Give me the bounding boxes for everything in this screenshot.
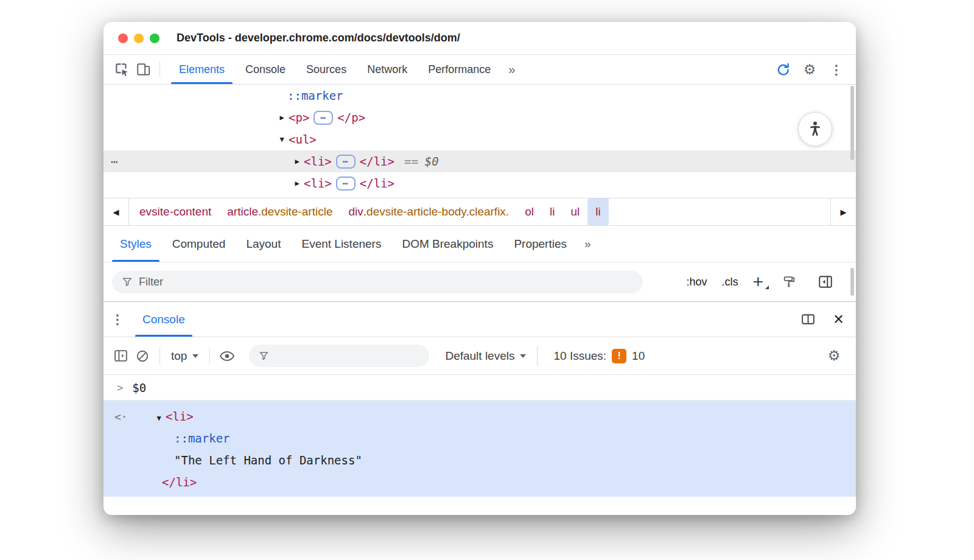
return-value-icon: <·	[114, 410, 128, 423]
pseudo-element-token: ::marker	[174, 432, 230, 445]
styles-toolbar-controls: :hov .cls +	[686, 271, 847, 293]
disclosure-triangle-icon[interactable]: ▶	[290, 157, 304, 166]
tag-close-token[interactable]: </li>	[360, 155, 394, 168]
breadcrumb-item[interactable]: ol	[517, 198, 542, 225]
toolbar-divider	[159, 348, 160, 364]
dom-row-marker[interactable]: ::marker	[103, 85, 856, 107]
execution-context-selector[interactable]: top	[166, 349, 203, 363]
chevron-down-icon	[192, 354, 198, 358]
tag-open-token[interactable]: <li>	[304, 155, 332, 168]
element-classes-button[interactable]: .cls	[721, 276, 738, 289]
tag-open-token: <li>	[166, 410, 194, 423]
breadcrumb-forward-button[interactable]: ▶	[830, 198, 856, 225]
elements-scrollbar[interactable]	[850, 86, 854, 160]
breadcrumb-item-selected[interactable]: li	[587, 198, 608, 225]
traffic-lights	[118, 33, 159, 43]
dom-row-p[interactable]: ▶<p>⋯</p>	[103, 107, 856, 128]
panel-tabs: Elements Console Sources Network Perform…	[169, 55, 522, 84]
breadcrumb-item[interactable]: ul	[562, 198, 587, 225]
tab-console[interactable]: Console	[235, 55, 296, 84]
tab-sources[interactable]: Sources	[296, 55, 357, 84]
live-expression-eye-icon[interactable]	[216, 345, 238, 367]
funnel-icon	[259, 351, 269, 361]
breadcrumb-item[interactable]: article.devsite-article	[219, 198, 340, 225]
close-window-button[interactable]	[118, 33, 128, 43]
tab-console-drawer[interactable]: Console	[131, 302, 196, 337]
result-line: ::marker	[103, 427, 856, 449]
tab-elements[interactable]: Elements	[169, 55, 235, 84]
new-style-rule-button[interactable]: +	[752, 273, 763, 291]
tag-close-token[interactable]: </p>	[337, 111, 365, 124]
settings-gear-icon[interactable]: ⚙	[799, 58, 821, 80]
zoom-window-button[interactable]	[150, 33, 159, 43]
inspect-element-icon[interactable]	[111, 58, 133, 80]
tab-properties[interactable]: Properties	[503, 226, 577, 262]
disclosure-triangle-icon[interactable]: ▼	[275, 135, 289, 144]
tab-dom-breakpoints[interactable]: DOM Breakpoints	[391, 226, 503, 262]
toolbar-divider	[159, 61, 160, 77]
console-result-block[interactable]: <· ▼<li> ::marker "The Left Hand of Dark…	[103, 401, 856, 497]
accessibility-button[interactable]	[798, 112, 832, 146]
breadcrumb-item[interactable]: evsite-content	[131, 198, 219, 225]
tab-styles[interactable]: Styles	[110, 226, 162, 262]
ellipsis-pill[interactable]: ⋯	[336, 155, 356, 169]
kebab-menu-icon[interactable]: ⋮	[825, 58, 847, 80]
clear-console-icon[interactable]	[131, 345, 153, 367]
disclosure-triangle-icon[interactable]: ▶	[275, 113, 289, 122]
console-filter-input[interactable]	[275, 349, 419, 362]
sync-icon[interactable]	[772, 58, 794, 80]
ellipsis-pill[interactable]: ⋯	[336, 177, 356, 191]
devtools-window: DevTools - developer.chrome.com/docs/dev…	[103, 22, 856, 515]
tag-open-token[interactable]: <p>	[289, 111, 309, 124]
prompt-chevron-icon: >	[117, 382, 123, 394]
funnel-icon	[122, 276, 133, 287]
string-token: "The Left Hand of Darkness"	[174, 453, 362, 467]
tag-open-token[interactable]: <li>	[304, 177, 332, 190]
pseudo-element-node[interactable]: ::marker	[287, 89, 343, 102]
console-kebab-menu-icon[interactable]: ⋮	[103, 309, 131, 331]
console-settings-gear-icon[interactable]: ⚙	[823, 345, 845, 367]
minimize-window-button[interactable]	[134, 33, 144, 43]
styles-filter-field[interactable]	[112, 271, 643, 293]
tag-close-token[interactable]: </li>	[360, 177, 394, 190]
breadcrumb: ◀ evsite-content article.devsite-article…	[103, 198, 856, 226]
split-panel-icon[interactable]	[797, 309, 819, 331]
tab-performance[interactable]: Performance	[418, 55, 501, 84]
disclosure-triangle-icon[interactable]: ▶	[290, 179, 304, 187]
log-levels-dropdown[interactable]: Default levels	[440, 349, 531, 363]
dom-row-ul[interactable]: ▼<ul>	[103, 128, 856, 150]
gutter-ellipsis-icon[interactable]: ⋯	[111, 155, 117, 168]
result-line[interactable]: ▼<li>	[103, 405, 856, 427]
breadcrumb-item[interactable]: li	[542, 198, 562, 225]
paint-roller-icon[interactable]	[778, 271, 800, 293]
console-sidebar-toggle-icon[interactable]	[110, 345, 131, 367]
console-drawer: ⋮ Console ×	[103, 301, 856, 515]
styles-toolbar: :hov .cls +	[103, 262, 856, 301]
dom-row-li-selected[interactable]: ⋯ ▶<li>⋯</li>==$0	[103, 150, 856, 172]
titlebar: DevTools - developer.chrome.com/docs/dev…	[103, 22, 856, 55]
console-history-entry[interactable]: > $0	[103, 375, 856, 401]
breadcrumb-item[interactable]: div.devsite-article-body.clearfix.	[340, 198, 517, 225]
dock-sidebar-icon[interactable]	[815, 271, 836, 293]
device-toolbar-icon[interactable]	[133, 58, 155, 80]
more-panes-icon[interactable]: »	[577, 226, 598, 262]
close-console-button[interactable]: ×	[833, 310, 844, 328]
tab-network[interactable]: Network	[357, 55, 418, 84]
toolbar-divider	[537, 346, 538, 366]
more-panels-icon[interactable]: »	[501, 55, 522, 84]
disclosure-triangle-icon[interactable]: ▼	[152, 407, 166, 429]
dom-row-li[interactable]: ▶<li>⋯</li>	[103, 172, 856, 194]
toggle-element-state-button[interactable]: :hov	[686, 276, 707, 289]
tab-event-listeners[interactable]: Event Listeners	[291, 226, 391, 262]
styles-filter-input[interactable]	[139, 276, 633, 289]
equals-token: ==	[404, 155, 418, 168]
ellipsis-pill[interactable]: ⋯	[314, 111, 333, 125]
console-filter-field[interactable]	[249, 345, 429, 367]
styles-scrollbar[interactable]	[850, 268, 854, 296]
issues-counter[interactable]: 10 Issues: ! 10	[553, 349, 645, 363]
tab-layout[interactable]: Layout	[236, 226, 291, 262]
breadcrumb-back-button[interactable]: ◀	[103, 198, 129, 225]
tag-open-token[interactable]: <ul>	[289, 133, 317, 146]
tab-computed[interactable]: Computed	[162, 226, 236, 262]
chevron-down-icon	[520, 354, 526, 358]
